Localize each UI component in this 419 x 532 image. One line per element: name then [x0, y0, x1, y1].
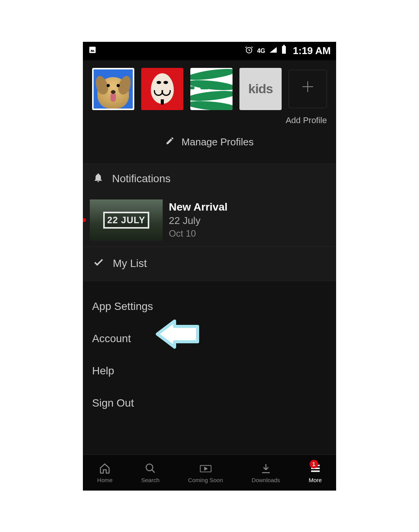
settings-item-label: App Settings [92, 300, 153, 312]
search-icon [144, 462, 157, 474]
notification-title: New Arrival [169, 201, 228, 213]
settings-item-account[interactable]: Account [92, 323, 327, 355]
annotation-arrow-icon [153, 319, 200, 352]
my-list-label: My List [113, 257, 147, 270]
notification-date: Oct 10 [169, 228, 228, 239]
profile-avatar-1[interactable] [92, 68, 134, 110]
nav-search[interactable]: Search [141, 462, 160, 483]
my-list-button[interactable]: My List [83, 247, 336, 281]
unread-dot-icon [83, 218, 86, 222]
settings-item-label: Account [92, 333, 131, 344]
manage-profiles-button[interactable]: Manage Profiles [87, 125, 332, 160]
profile-avatar-3[interactable] [190, 68, 233, 110]
pencil-icon [165, 136, 175, 148]
settings-item-label: Sign Out [92, 397, 134, 409]
svg-point-6 [146, 464, 153, 471]
nav-label: Downloads [252, 477, 280, 483]
add-profile-button[interactable] [289, 70, 327, 108]
svg-marker-9 [205, 467, 207, 470]
battery-icon [281, 45, 287, 57]
nav-label: Coming Soon [188, 477, 223, 483]
download-icon [260, 462, 272, 474]
settings-item-help[interactable]: Help [92, 355, 327, 387]
svg-rect-4 [282, 46, 286, 54]
nav-coming-soon[interactable]: Coming Soon [188, 462, 223, 483]
bottom-nav: Home Search Coming Soon Downloads More [83, 455, 336, 491]
nav-home[interactable]: Home [97, 462, 112, 483]
settings-item-app-settings[interactable]: App Settings [92, 290, 327, 323]
nav-label: Search [141, 477, 160, 483]
nav-downloads[interactable]: Downloads [252, 462, 280, 483]
svg-rect-5 [283, 45, 285, 46]
signal-icon [269, 45, 277, 57]
plus-icon [299, 77, 317, 100]
alarm-icon [245, 45, 253, 57]
settings-item-sign-out[interactable]: Sign Out [92, 387, 327, 419]
phone-screen: 4G 1:19 AM kids [83, 42, 336, 491]
nav-label: Home [97, 477, 112, 483]
notification-thumbnail: 22 JULY [90, 199, 163, 241]
svg-marker-3 [270, 47, 277, 53]
notifications-header[interactable]: Notifications [83, 164, 336, 194]
check-icon [93, 257, 104, 271]
svg-rect-0 [89, 47, 96, 53]
profiles-section: kids Add Profile Manage Profiles [83, 60, 336, 163]
coming-soon-icon [200, 462, 212, 474]
kids-label: kids [248, 81, 273, 96]
thumb-text: 22 JULY [103, 212, 149, 229]
svg-line-7 [152, 469, 155, 473]
clock-time: 1:19 AM [293, 45, 331, 57]
notification-item[interactable]: 22 JULY New Arrival 22 July Oct 10 [83, 194, 336, 247]
notifications-label: Notifications [112, 173, 171, 185]
status-bar: 4G 1:19 AM [83, 42, 336, 60]
manage-profiles-label: Manage Profiles [181, 136, 254, 148]
network-type: 4G [257, 48, 265, 54]
settings-list: App Settings Account Help Sign Out [83, 281, 336, 428]
profile-avatar-kids[interactable]: kids [239, 68, 282, 110]
nav-badge: 1 [310, 460, 318, 468]
notifications-section: Notifications 22 JULY New Arrival 22 Jul… [83, 163, 336, 281]
settings-item-label: Help [92, 365, 114, 377]
nav-more[interactable]: More 1 [308, 462, 322, 483]
profile-avatar-2[interactable] [141, 68, 183, 110]
notification-subtitle: 22 July [169, 215, 228, 227]
nav-label: More [308, 477, 322, 483]
home-icon [99, 462, 111, 474]
add-profile-label: Add Profile [285, 115, 327, 125]
bell-icon [93, 172, 104, 186]
image-icon [88, 45, 97, 57]
